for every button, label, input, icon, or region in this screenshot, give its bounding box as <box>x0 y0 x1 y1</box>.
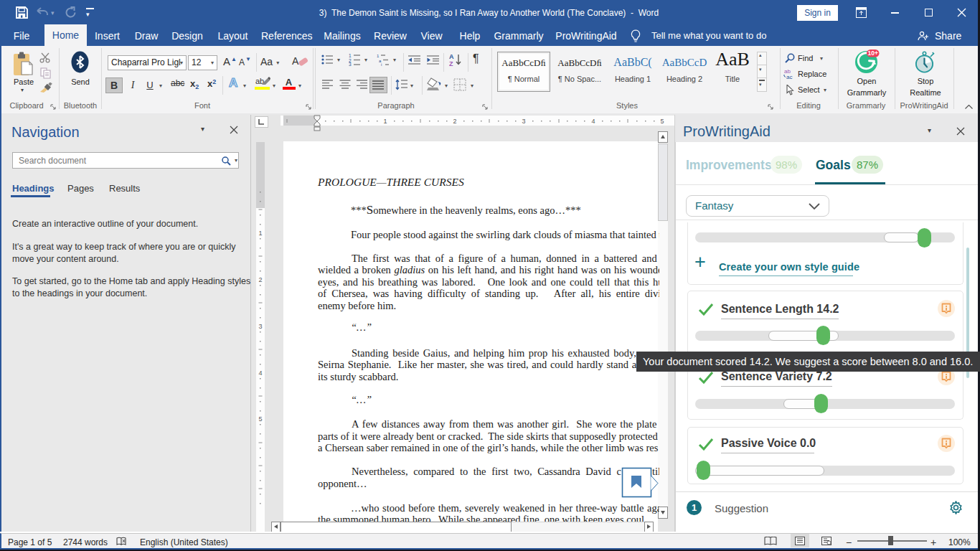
svg-text:1: 1 <box>377 54 380 58</box>
svg-text:Z: Z <box>449 60 453 66</box>
svg-text:A: A <box>449 53 454 60</box>
svg-text:ac: ac <box>786 74 792 79</box>
svg-text:i: i <box>381 62 382 66</box>
svg-text:10+: 10+ <box>867 50 877 57</box>
svg-text:3: 3 <box>349 62 352 66</box>
svg-text:5: 5 <box>660 118 664 125</box>
